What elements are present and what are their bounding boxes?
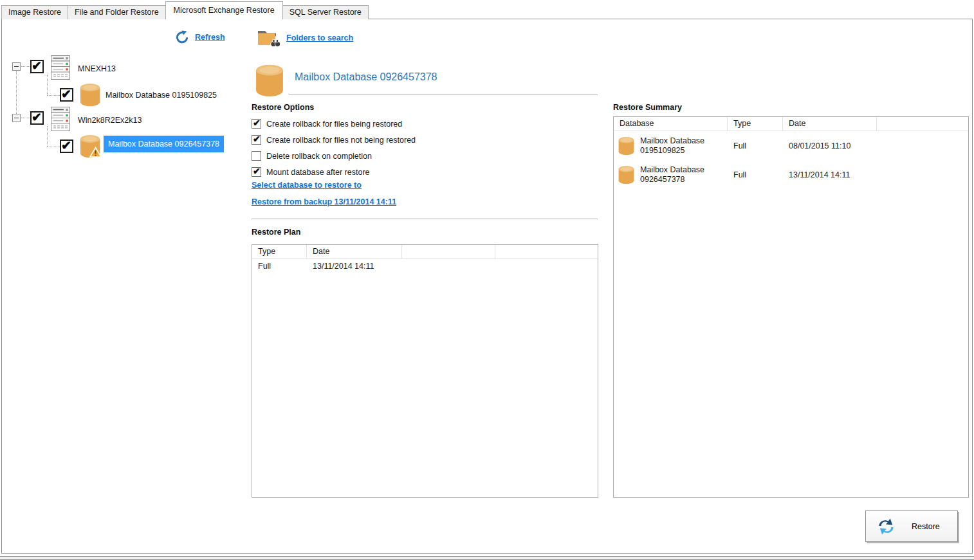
divider <box>289 95 598 95</box>
restore-summary-heading: Restore Summary <box>613 103 682 112</box>
option-label: Create rollback for files being restored <box>266 120 402 129</box>
tab-microsoft-exchange-restore[interactable]: Microsoft Exchange Restore <box>165 1 283 19</box>
tree-item-db-0926457378[interactable]: Mailbox Database 0926457378 <box>104 136 224 152</box>
column-header-date[interactable]: Date <box>307 245 402 258</box>
tree-item-server-win2k8r2ex2k13[interactable]: Win2k8R2Ex2k13 <box>78 114 142 127</box>
option-mount-database[interactable]: Mount database after restore <box>252 167 370 177</box>
folder-search-icon <box>257 28 280 48</box>
restore-button-label: Restore <box>912 522 940 531</box>
checkbox[interactable] <box>252 119 261 129</box>
database-icon <box>618 136 635 156</box>
summary-type-cell: Full <box>728 170 783 179</box>
tab-sql-server-restore[interactable]: SQL Server Restore <box>282 5 369 19</box>
tree-collapse-toggle[interactable] <box>12 114 21 122</box>
option-label: Delete rollback on completion <box>266 152 372 161</box>
restore-plan-table: Type Date Full 13/11/2014 14:11 <box>252 244 598 498</box>
restore-summary-table: Database Type Date Mailbox Database 0195… <box>613 116 969 498</box>
restore-from-backup-link[interactable]: Restore from backup 13/11/2014 14:11 <box>252 197 396 206</box>
summary-date-cell: 08/01/2015 11:10 <box>783 141 877 150</box>
column-header-empty[interactable] <box>402 245 495 258</box>
tree-checkbox-db-0926457378[interactable] <box>60 140 73 153</box>
tree-connector <box>47 75 48 95</box>
summary-database-name: Mailbox Database 0195109825 <box>640 136 719 156</box>
summary-type-cell: Full <box>728 141 783 150</box>
sync-arrows-icon <box>876 517 896 536</box>
tree-connector <box>21 118 30 118</box>
server-icon <box>51 55 70 80</box>
folders-to-search-link-label[interactable]: Folders to search <box>286 33 353 42</box>
summary-row-0926457378[interactable]: Mailbox Database 0926457378 Full 13/11/2… <box>614 160 968 189</box>
refresh-button[interactable]: Refresh <box>175 30 225 44</box>
server-icon <box>51 107 70 131</box>
summary-database-cell: Mailbox Database 0195109825 <box>614 136 728 156</box>
restore-summary-header: Database Type Date <box>614 117 968 131</box>
tree-item-server-mnexh13[interactable]: MNEXH13 <box>78 62 116 75</box>
tree-checkbox-mnexh13[interactable] <box>30 60 44 73</box>
select-database-link[interactable]: Select database to restore to <box>252 181 362 190</box>
tree-connector <box>21 66 30 67</box>
tree-item-db-0195109825[interactable]: Mailbox Database 0195109825 <box>106 89 217 102</box>
detail-title: Mailbox Database 0926457378 <box>295 71 437 83</box>
option-delete-rollback[interactable]: Delete rollback on completion <box>252 150 372 161</box>
column-header-date[interactable]: Date <box>783 117 877 131</box>
tree-collapse-toggle[interactable] <box>12 62 21 71</box>
tree-checkbox-db-0195109825[interactable] <box>60 88 73 102</box>
plan-date-cell: 13/11/2014 14:11 <box>307 262 402 271</box>
restore-options-heading: Restore Options <box>252 103 314 112</box>
restore-button[interactable]: Restore <box>865 510 958 542</box>
option-label: Mount database after restore <box>266 168 370 177</box>
database-icon <box>618 165 635 185</box>
tree-checkbox-win2k8r2ex2k13[interactable] <box>30 111 44 125</box>
summary-database-cell: Mailbox Database 0926457378 <box>614 165 728 185</box>
tab-file-and-folder-restore[interactable]: File and Folder Restore <box>68 5 166 19</box>
restore-plan-heading: Restore Plan <box>252 228 300 237</box>
window-bottom-edge <box>0 556 974 560</box>
refresh-link-label[interactable]: Refresh <box>195 33 225 42</box>
tab-image-restore[interactable]: Image Restore <box>1 5 68 19</box>
option-label: Create rollback for files not being rest… <box>266 136 416 145</box>
tree-connector <box>16 71 17 114</box>
refresh-icon <box>175 30 189 44</box>
divider <box>252 219 598 219</box>
tree-connector <box>47 126 48 147</box>
tree-connector <box>47 147 60 147</box>
folders-to-search-button[interactable]: Folders to search <box>257 28 353 48</box>
column-header-type[interactable]: Type <box>728 117 783 131</box>
warning-icon <box>89 147 102 158</box>
tree-connector <box>47 95 60 96</box>
checkbox[interactable] <box>252 151 261 161</box>
option-create-rollback-restored[interactable]: Create rollback for files being restored <box>252 118 402 129</box>
exchange-restore-pane: Refresh Folders to search MNEXH13 Mailbo… <box>1 19 973 554</box>
database-icon <box>79 82 101 107</box>
summary-date-cell: 13/11/2014 14:11 <box>783 170 877 179</box>
column-header-type[interactable]: Type <box>252 245 307 258</box>
app-window: Image Restore File and Folder Restore Mi… <box>0 0 974 560</box>
restore-plan-row[interactable]: Full 13/11/2014 14:11 <box>252 259 598 273</box>
database-icon-large <box>254 63 285 97</box>
checkbox[interactable] <box>252 135 261 145</box>
plan-type-cell: Full <box>252 262 307 271</box>
column-header-database[interactable]: Database <box>614 117 728 131</box>
summary-row-0195109825[interactable]: Mailbox Database 0195109825 Full 08/01/2… <box>614 131 968 160</box>
summary-database-name: Mailbox Database 0926457378 <box>640 165 719 185</box>
restore-plan-header: Type Date <box>252 245 598 259</box>
checkbox[interactable] <box>252 167 261 177</box>
tab-bar: Image Restore File and Folder Restore Mi… <box>1 0 368 19</box>
option-create-rollback-not-restored[interactable]: Create rollback for files not being rest… <box>252 134 416 145</box>
